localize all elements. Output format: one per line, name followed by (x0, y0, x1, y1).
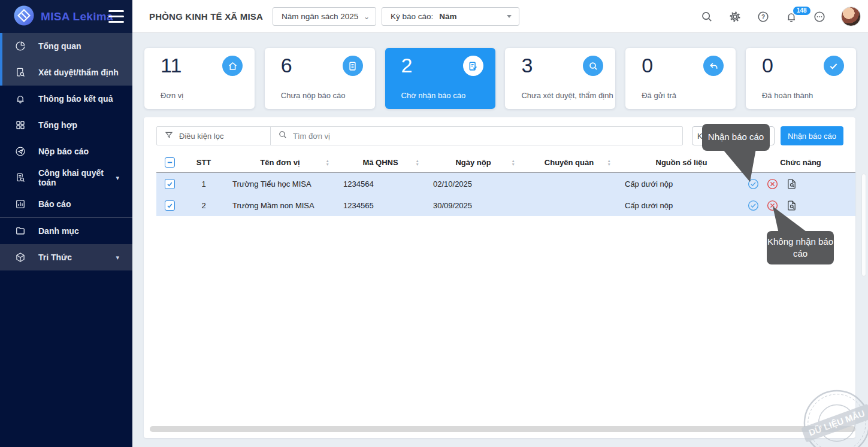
chevron-down-icon: ▾ (116, 254, 119, 261)
row-checkbox[interactable] (165, 200, 175, 211)
help-icon[interactable]: ? (757, 10, 770, 23)
sidebar-item-tong-hop[interactable]: Tổng hợp (0, 112, 132, 138)
horizontal-scrollbar[interactable] (150, 426, 855, 432)
card-cho-nhan[interactable]: 2 Chờ nhận báo cáo (385, 48, 495, 109)
row-checkbox[interactable] (165, 179, 175, 189)
sort-icon[interactable]: ▲▼ (326, 159, 329, 166)
card-chua-nop[interactable]: 6 Chưa nộp báo cáo (265, 48, 375, 109)
table-row[interactable]: 2 Trường Mầm non MISA 1234565 30/09/2025… (156, 194, 855, 216)
document-icon (343, 56, 363, 76)
pie-chart-icon (14, 40, 26, 52)
select-all-checkbox[interactable] (165, 157, 175, 168)
search-icon (583, 56, 603, 76)
report-period-label: Kỳ báo cáo: (391, 12, 433, 21)
sidebar-item-label: Nộp báo cáo (38, 147, 89, 156)
topbar-icons: ? 148 (700, 0, 861, 33)
return-arrow-icon (703, 56, 724, 76)
filter-label: Điều kiện lọc (179, 132, 223, 141)
column-header-chuyen-quan[interactable]: Chuyên quản▲▼ (521, 153, 617, 172)
card-value: 11 (161, 54, 182, 77)
folder-icon (14, 225, 26, 237)
funnel-icon (164, 130, 174, 142)
card-da-hoan-thanh[interactable]: 0 Đã hoàn thành (746, 48, 856, 109)
budget-year-dropdown[interactable]: Năm ngân sách 2025 ⌄ (273, 7, 376, 26)
accept-report-button[interactable]: Nhận báo cáo (781, 126, 843, 145)
sort-icon[interactable]: ▲▼ (416, 159, 419, 166)
document-search-icon (14, 172, 26, 184)
dropdown-arrow-icon (507, 15, 512, 18)
filter-conditions-button[interactable]: Điều kiện lọc (157, 127, 271, 145)
view-report-icon[interactable] (785, 199, 798, 212)
view-report-icon[interactable] (785, 178, 798, 190)
report-period-value: Năm (439, 12, 456, 21)
more-options-icon[interactable] (813, 10, 826, 23)
card-value: 3 (521, 54, 533, 77)
report-table-panel: Điều kiện lọc Không nhận báo cáo Nhận bá… (144, 117, 855, 438)
card-label: Chưa xét duyệt, thẩm định (521, 91, 613, 100)
card-don-vi[interactable]: 11 Đơn vị (144, 48, 255, 109)
misa-logo-icon (13, 5, 35, 29)
search-icon[interactable] (700, 10, 713, 23)
sort-icon[interactable]: ▲▼ (607, 159, 611, 166)
user-avatar[interactable] (841, 7, 861, 26)
sidebar-item-label: Tri Thức (38, 253, 72, 262)
sort-icon[interactable]: ▲▼ (512, 159, 515, 166)
cell-qhns-code: 1234564 (335, 180, 425, 188)
page-title: PHÒNG KINH TẾ XÃ MISA (149, 11, 263, 22)
column-header-chuc-nang: Chức năng (746, 153, 855, 172)
column-header-ten-don-vi[interactable]: Tên đơn vị▲▼ (225, 153, 335, 172)
sidebar-item-bao-cao[interactable]: Báo cáo (0, 191, 132, 217)
sidebar-item-nop-bao-cao[interactable]: Nộp báo cáo (0, 138, 132, 165)
row-actions (746, 199, 855, 212)
cell-stt: 2 (183, 201, 225, 210)
tooltip-accept-report: Nhận báo cáo (702, 124, 770, 151)
hamburger-menu-icon[interactable] (108, 10, 124, 23)
sidebar-item-tong-quan[interactable]: Tổng quan (0, 33, 132, 59)
sort-icon[interactable]: ▲▼ (736, 159, 740, 166)
column-header-ngay-nop[interactable]: Ngày nộp▲▼ (425, 153, 521, 172)
topbar: PHÒNG KINH TẾ XÃ MISA Năm ngân sách 2025… (132, 0, 868, 33)
sidebar-item-danh-muc[interactable]: Danh mục (0, 218, 132, 244)
sidebar-item-label: Báo cáo (38, 199, 71, 209)
budget-year-value: Năm ngân sách 2025 (282, 12, 358, 21)
home-icon (222, 56, 243, 76)
app-screen: MISA Lekima Tổng quan (0, 0, 868, 447)
card-label: Chưa nộp báo cáo (281, 91, 346, 100)
report-period-dropdown[interactable]: Kỳ báo cáo: Năm (382, 7, 519, 26)
reject-x-circle-icon[interactable] (766, 199, 779, 212)
cell-stt: 1 (183, 180, 225, 188)
table-row[interactable]: 1 Trường Tiểu học MISA 1234564 02/10/202… (156, 173, 855, 194)
vertical-scrollbar[interactable] (861, 174, 866, 276)
sidebar-item-xet-duyet[interactable]: Xét duyệt/thẩm định (0, 59, 132, 86)
accept-check-circle-icon[interactable] (747, 199, 760, 212)
column-header-ma-qhns[interactable]: Mã QHNS▲▼ (335, 153, 425, 172)
cell-submit-date: 02/10/2025 (425, 180, 521, 188)
svg-text:?: ? (761, 13, 765, 20)
logo-row: MISA Lekima (0, 0, 132, 33)
document-search-icon (14, 66, 26, 78)
card-value: 2 (401, 54, 413, 77)
card-chua-xet-duyet[interactable]: 3 Chưa xét duyệt, thẩm định (505, 48, 615, 109)
send-icon (14, 145, 26, 157)
sidebar-item-tri-thuc[interactable]: Tri Thức ▾ (0, 244, 132, 270)
document-check-icon (463, 56, 483, 76)
notifications-bell-icon[interactable]: 148 (785, 10, 798, 23)
gear-icon[interactable] (728, 10, 742, 23)
sidebar-item-thong-bao[interactable]: Thông báo kết quả (0, 86, 132, 112)
unit-search-input[interactable] (293, 132, 682, 141)
cell-submit-date: 30/09/2025 (425, 201, 521, 210)
unit-search-box (271, 127, 682, 145)
sidebar-item-label: Công khai quyết toán (38, 168, 116, 187)
cell-qhns-code: 1234565 (335, 201, 425, 210)
tooltip-reject-report: Không nhận báo cáo (767, 231, 834, 264)
sidebar-item-label: Thông báo kết quả (38, 94, 113, 104)
column-header-nguon-so-lieu[interactable]: Nguồn số liệu▲▼ (617, 153, 746, 172)
filter-bar: Điều kiện lọc (156, 126, 683, 145)
accept-check-circle-icon[interactable] (747, 178, 760, 190)
card-da-gui-tra[interactable]: 0 Đã gửi trả (625, 48, 736, 109)
column-header-stt[interactable]: STT (183, 153, 225, 172)
cell-unit-name: Trường Tiểu học MISA (225, 180, 335, 188)
sidebar-item-label: Danh mục (38, 226, 79, 236)
sidebar-item-cong-khai[interactable]: Công khai quyết toán ▾ (0, 165, 132, 191)
reject-x-circle-icon[interactable] (766, 178, 779, 190)
